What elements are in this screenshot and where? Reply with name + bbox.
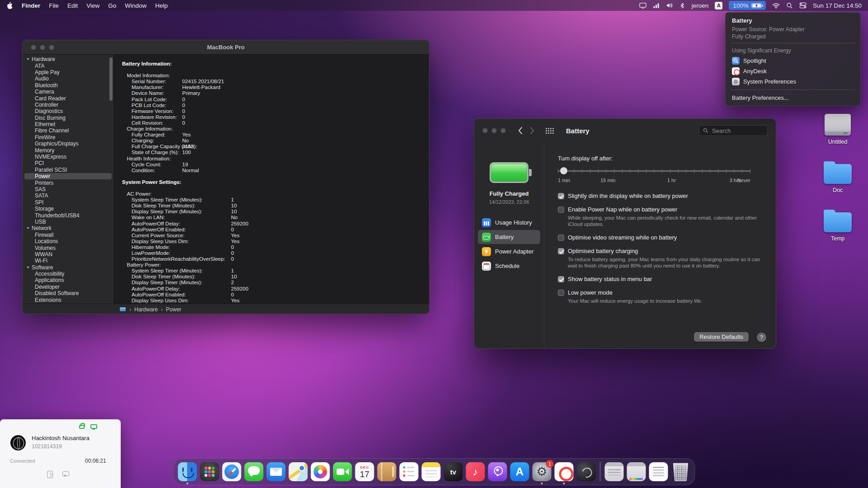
sysinfo-sidebar-item[interactable]: Wi-Fi [23,258,113,264]
minimize-button[interactable] [40,45,45,50]
desktop-icon[interactable]: Doc [816,160,859,193]
display-off-slider[interactable] [558,167,750,174]
sysinfo-sidebar-item[interactable]: SAS [23,186,113,192]
checkbox[interactable] [558,206,564,213]
dock-item[interactable]: ♪ [466,462,485,481]
zoom-button[interactable] [500,128,506,133]
breadcrumb-item[interactable]: Hardware [134,306,158,313]
dock-item[interactable] [577,462,596,481]
dock-item[interactable]: DEC 17 [355,462,374,481]
dock-item[interactable] [333,462,352,481]
dock-item[interactable]: A [510,462,529,481]
sysinfo-sidebar-item[interactable]: Card Reader [23,95,113,101]
sysinfo-sidebar-item[interactable]: NVMExpress [23,154,113,160]
prefs-nav-item[interactable]: Power Adapter [478,244,540,258]
titlebar[interactable]: MacBook Pro [23,40,429,55]
close-button[interactable] [482,128,488,133]
input-source-icon[interactable]: A [715,2,722,9]
sysinfo-sidebar-item[interactable]: SATA [23,192,113,199]
sysinfo-sidebar-item[interactable]: Extensions [23,296,113,303]
dock-item[interactable] [311,462,330,481]
dock-item[interactable] [222,462,241,481]
sysinfo-sidebar-item[interactable]: Graphics/Displays [23,141,113,147]
dock-item[interactable] [649,462,668,481]
desktop-icon[interactable]: Temp [816,209,859,242]
dock-item[interactable]: tv [444,462,463,481]
sysinfo-sidebar-item[interactable]: Apple Pay [23,69,113,75]
spotlight-search-icon[interactable] [786,2,793,9]
sysinfo-sidebar-item[interactable]: Storage [23,206,113,212]
file-transfer-icon[interactable] [47,471,53,478]
sysinfo-sidebar-item[interactable]: WWAN [23,251,113,258]
dock-item[interactable] [605,462,624,481]
dock-item[interactable] [289,462,308,481]
wifi-icon[interactable] [772,3,780,9]
sysinfo-sidebar-item[interactable]: Camera [23,89,113,95]
apple-menu-icon[interactable] [6,2,13,9]
menubar-clock[interactable]: Sun 17 Dec 14:50 [813,2,862,9]
bluetooth-icon[interactable] [679,2,685,9]
volume-icon[interactable] [666,2,673,9]
desktop-icon[interactable]: Untitled [816,114,859,145]
display-status-icon[interactable] [639,3,646,9]
titlebar[interactable]: Battery [474,119,776,142]
sysinfo-sidebar-item[interactable]: Network [23,225,113,231]
sysinfo-sidebar-item[interactable]: Software [23,264,113,271]
dock-item[interactable] [671,462,690,481]
sysinfo-sidebar-item[interactable]: Ethernet [23,121,113,127]
dock-item[interactable]: ⚙ 1 [533,462,552,481]
checkbox[interactable] [558,276,564,282]
sysinfo-sidebar-item[interactable]: SPI [23,199,113,206]
search-field[interactable] [699,125,768,136]
checkbox[interactable] [558,235,564,241]
sysinfo-sidebar-item[interactable]: Disc Burning [23,115,113,121]
sysinfo-sidebar-item[interactable]: Thunderbolt/USB4 [23,212,113,218]
chat-icon[interactable] [62,471,69,476]
energy-app-item[interactable]: Spotlight [726,56,860,66]
menubar-menu[interactable]: View [86,2,99,9]
checkbox[interactable] [558,290,564,296]
dock-item[interactable] [600,462,601,482]
menubar-menu[interactable]: Edit [67,2,78,9]
sysinfo-sidebar-item[interactable]: Controller [23,102,113,108]
help-button[interactable]: ? [757,333,766,342]
sysinfo-sidebar-item[interactable]: Diagnostics [23,108,113,114]
breadcrumb-item[interactable]: Power [166,306,181,313]
sysinfo-sidebar-item[interactable]: Hardware [23,56,113,62]
sysinfo-sidebar-item[interactable]: Locations [23,238,113,244]
menubar-menu[interactable]: File [49,2,59,9]
sysinfo-sidebar-item[interactable]: PCI [23,160,113,166]
sysinfo-sidebar-item[interactable]: FireWire [23,134,113,141]
dock-item[interactable] [245,462,264,481]
dock-item[interactable] [555,462,574,481]
sysinfo-sidebar-item[interactable]: Fibre Channel [23,127,113,134]
dock-item[interactable] [488,462,507,481]
dock-item[interactable] [627,462,646,481]
search-input[interactable] [711,127,761,135]
sysinfo-sidebar-item[interactable]: ATA [23,62,113,69]
username-indicator[interactable]: jeroen [692,2,709,9]
sysinfo-sidebar-item[interactable]: Parallel SCSI [23,167,113,173]
zoom-button[interactable] [49,45,54,50]
prefs-nav-item[interactable]: Battery [478,230,540,244]
sysinfo-sidebar-item[interactable]: Accessibility [23,271,113,277]
slider-knob[interactable] [560,167,567,174]
dock-item[interactable] [267,462,286,481]
dock-item[interactable] [400,462,419,481]
forward-button[interactable] [530,127,535,135]
slider-track[interactable] [558,170,750,172]
menubar-menu[interactable]: Help [155,2,168,9]
sysinfo-sidebar-item[interactable]: Audio [23,75,113,82]
sysinfo-sidebar-item[interactable]: Firewall [23,232,113,238]
energy-app-item[interactable]: AnyDesk [726,66,860,76]
dock-item[interactable] [422,462,441,481]
menubar-battery-item[interactable]: 100% [729,1,766,10]
sysinfo-sidebar-item[interactable]: Developer [23,284,113,290]
dock-item[interactable] [200,462,219,481]
anydesk-session-window[interactable]: Hackintosh Nusantara 1021814319 Connecte… [0,419,121,488]
active-app-name[interactable]: Finder [22,2,40,9]
prefs-nav-item[interactable]: Usage History [478,216,540,230]
sysinfo-sidebar-item[interactable]: Power [24,173,112,179]
sysinfo-sidebar-item[interactable]: Volumes [23,244,113,251]
dock-item[interactable] [178,462,197,481]
